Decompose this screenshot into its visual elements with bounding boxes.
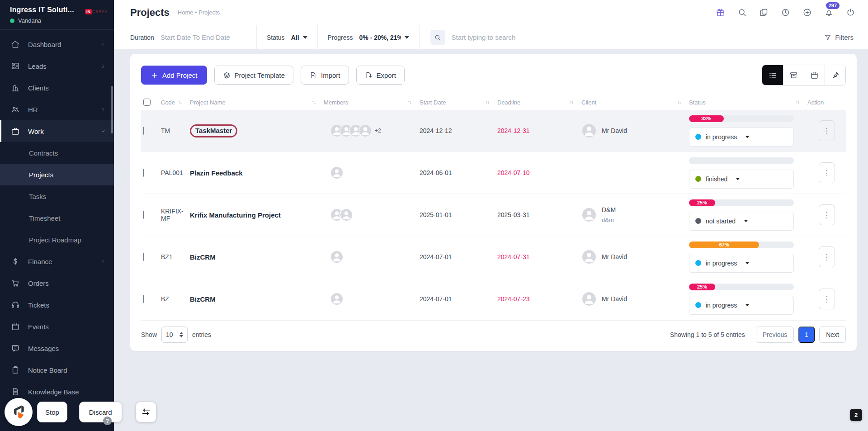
column-header-members[interactable]: Members bbox=[324, 95, 420, 110]
page-title: Projects bbox=[130, 7, 170, 19]
row-checkbox[interactable] bbox=[143, 211, 144, 219]
sidebar-item-dashboard[interactable]: Dashboard bbox=[0, 33, 114, 55]
members-cell[interactable] bbox=[324, 208, 420, 222]
sidebar-item-finance[interactable]: Finance bbox=[0, 251, 114, 272]
row-checkbox[interactable] bbox=[143, 295, 144, 303]
status-select[interactable]: not started bbox=[689, 212, 794, 231]
row-actions-button[interactable]: ⋮ bbox=[819, 120, 835, 141]
stop-button[interactable]: Stop bbox=[37, 402, 67, 422]
row-checkbox[interactable] bbox=[143, 253, 144, 261]
client-cell[interactable]: Mr David bbox=[581, 123, 689, 138]
sidebar-item-tickets[interactable]: Tickets bbox=[0, 294, 114, 316]
sort-icon[interactable] bbox=[407, 100, 412, 105]
import-button[interactable]: Import bbox=[301, 66, 349, 85]
discard-button[interactable]: Discard bbox=[79, 402, 122, 422]
page-size-select[interactable]: 10 bbox=[161, 327, 188, 343]
workspace-header[interactable]: Ingress IT Soluti... Vandana INGRESS bbox=[0, 0, 114, 30]
sort-icon[interactable] bbox=[677, 100, 682, 105]
column-header-project-name[interactable]: Project Name bbox=[190, 95, 324, 110]
add-project-button[interactable]: Add Project bbox=[141, 66, 207, 85]
extension-logo[interactable] bbox=[5, 398, 33, 426]
project-name: Plazin Feedback bbox=[190, 169, 324, 177]
help-badge[interactable]: ? bbox=[103, 417, 112, 425]
status-select[interactable]: in progress bbox=[689, 254, 794, 273]
sidebar-item-leads[interactable]: Leads bbox=[0, 55, 114, 77]
row-checkbox[interactable] bbox=[143, 127, 144, 135]
search-input[interactable] bbox=[452, 33, 565, 41]
sidebar-item-clients[interactable]: Clients bbox=[0, 77, 114, 99]
project-name-link[interactable]: Plazin Feedback bbox=[190, 169, 243, 177]
status-filter[interactable]: Status All bbox=[267, 25, 307, 49]
sidebar-subitem-contracts[interactable]: Contracts bbox=[0, 142, 114, 164]
sort-icon[interactable] bbox=[178, 100, 183, 105]
column-header-start-date[interactable]: Start Date bbox=[420, 95, 497, 110]
sidebar-scrollbar[interactable] bbox=[111, 86, 113, 133]
sort-icon[interactable] bbox=[485, 100, 490, 105]
calendar-view-button[interactable] bbox=[804, 65, 825, 85]
row-actions-button[interactable]: ⋮ bbox=[819, 204, 835, 225]
gift-icon[interactable] bbox=[716, 8, 725, 17]
project-name-link[interactable]: BizCRM bbox=[190, 295, 216, 303]
project-name-link[interactable]: Krifix Manufacturing Project bbox=[190, 211, 281, 219]
page-1-button[interactable]: 1 bbox=[798, 327, 815, 343]
column-header-client[interactable]: Client bbox=[581, 95, 689, 110]
client-cell[interactable]: Mr David bbox=[581, 291, 689, 307]
power-icon[interactable] bbox=[846, 8, 855, 17]
sort-icon[interactable] bbox=[311, 100, 316, 105]
duration-input[interactable] bbox=[160, 33, 246, 41]
pin-view-button[interactable] bbox=[825, 65, 845, 85]
project-name-link[interactable]: TaskMaster bbox=[195, 127, 232, 134]
plus-circle-icon[interactable] bbox=[802, 8, 812, 17]
column-header-action[interactable]: Action bbox=[807, 95, 846, 110]
duration-filter[interactable]: Duration bbox=[130, 25, 246, 49]
members-cell[interactable] bbox=[324, 166, 420, 180]
clock-icon[interactable] bbox=[781, 8, 790, 17]
sort-icon[interactable] bbox=[795, 100, 800, 105]
members-cell[interactable]: +2 bbox=[324, 124, 420, 137]
archive-view-button[interactable] bbox=[783, 65, 804, 85]
sidebar-item-notice-board[interactable]: Notice Board bbox=[0, 359, 114, 381]
select-all-checkbox[interactable] bbox=[143, 99, 151, 106]
column-header-status[interactable]: Status bbox=[689, 95, 807, 110]
previous-page-button[interactable]: Previous bbox=[756, 327, 794, 343]
members-cell[interactable] bbox=[324, 250, 420, 264]
sidebar-item-orders[interactable]: Orders bbox=[0, 272, 114, 294]
deadline-date: 2025-03-31 bbox=[497, 211, 581, 218]
client-cell[interactable]: D&Md&m bbox=[581, 206, 689, 223]
sidebar-item-events[interactable]: Events bbox=[0, 316, 114, 337]
export-button[interactable]: Export bbox=[356, 66, 405, 85]
notes-icon[interactable] bbox=[759, 8, 769, 17]
sidebar-item-messages[interactable]: Messages bbox=[0, 337, 114, 359]
row-checkbox[interactable] bbox=[143, 169, 144, 177]
row-actions-button[interactable]: ⋮ bbox=[819, 289, 835, 309]
sidebar-subitem-tasks[interactable]: Tasks bbox=[0, 185, 114, 207]
members-cell[interactable] bbox=[324, 292, 420, 306]
row-actions-button[interactable]: ⋮ bbox=[819, 162, 835, 183]
sidebar-subitem-project-roadmap[interactable]: Project Roadmap bbox=[0, 229, 114, 251]
progress-filter[interactable]: Progress 0% - 20%, 21% bbox=[328, 25, 409, 49]
clipboard-icon bbox=[11, 365, 20, 374]
column-header-deadline[interactable]: Deadline bbox=[497, 95, 581, 110]
swap-arrows-button[interactable] bbox=[136, 402, 156, 422]
sidebar-item-hr[interactable]: HR bbox=[0, 99, 114, 120]
project-template-button[interactable]: Project Template bbox=[214, 66, 293, 85]
bell-icon[interactable]: 297 bbox=[824, 8, 834, 17]
status-select[interactable]: in progress bbox=[689, 296, 794, 315]
next-page-button[interactable]: Next bbox=[819, 327, 846, 343]
sidebar-item-work[interactable]: Work bbox=[0, 120, 114, 142]
list-view-button[interactable] bbox=[762, 65, 783, 85]
sidebar-subitem-projects[interactable]: Projects bbox=[0, 164, 114, 185]
sidebar-subitem-timesheet[interactable]: Timesheet bbox=[0, 207, 114, 229]
column-header-code[interactable]: Code bbox=[161, 95, 190, 110]
project-name-link[interactable]: BizCRM bbox=[190, 253, 216, 261]
status-select[interactable]: in progress bbox=[689, 128, 794, 147]
sort-icon[interactable] bbox=[569, 100, 574, 105]
search-icon[interactable] bbox=[737, 8, 747, 17]
filters-button[interactable]: Filters bbox=[813, 25, 868, 49]
client-cell[interactable]: Mr David bbox=[581, 249, 689, 265]
row-actions-button[interactable]: ⋮ bbox=[819, 246, 835, 267]
progress-fill: 33% bbox=[689, 115, 724, 122]
status-select[interactable]: finished bbox=[689, 170, 794, 189]
search-icon[interactable] bbox=[430, 30, 445, 45]
corner-count-badge[interactable]: 2 bbox=[850, 409, 862, 421]
